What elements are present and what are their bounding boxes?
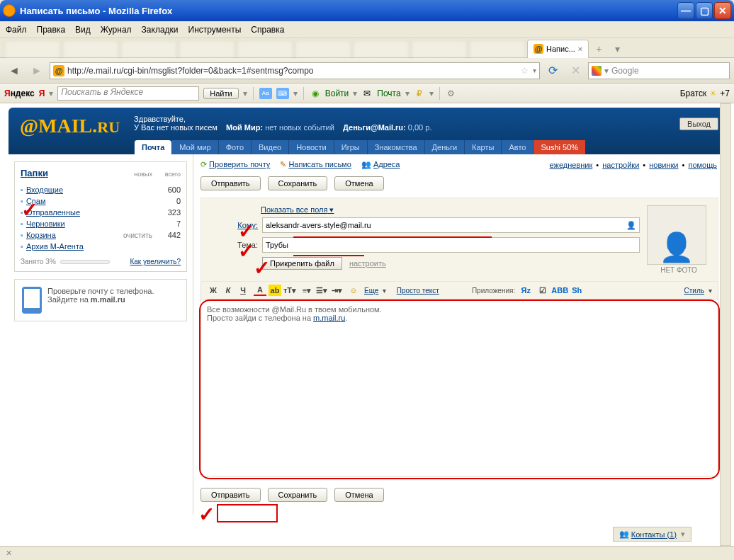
addresses-link[interactable]: Адреса <box>373 160 400 168</box>
mobile-link[interactable]: m.mail.ru <box>91 295 125 304</box>
menu-help[interactable]: Справка <box>251 25 284 35</box>
bg-color-button[interactable]: ab <box>269 285 281 296</box>
status-close-icon[interactable]: ✕ <box>6 549 12 558</box>
virtual-keyboard-button[interactable]: Sh <box>570 285 583 296</box>
style-link[interactable]: Стиль <box>684 287 704 295</box>
logout-button[interactable]: Выход <box>679 118 718 130</box>
tab-games[interactable]: Игры <box>334 140 367 154</box>
mobile-link-in-body[interactable]: m.mail.ru <box>313 314 345 322</box>
settings-link[interactable]: настройки <box>602 161 639 169</box>
folder-trash[interactable]: ▪Корзинаочистить442 <box>21 229 181 241</box>
folder-sent[interactable]: ▪Отправленные323 <box>21 207 181 218</box>
subject-input[interactable]: Трубы <box>262 237 640 253</box>
folder-spam[interactable]: ▪Спам0 <box>21 195 181 207</box>
spellcheck-button[interactable]: ABB <box>553 285 566 296</box>
send-button-top[interactable]: Отправить <box>201 176 261 190</box>
underline-button[interactable]: Ч <box>237 285 249 296</box>
vertical-scrollbar[interactable] <box>720 103 731 546</box>
tab-photo[interactable]: Фото <box>218 140 251 154</box>
tab-list-dropdown[interactable]: ▾ <box>609 42 626 56</box>
browser-tab[interactable] <box>353 40 410 57</box>
yandex-search-input[interactable]: Поискать в Яндексе <box>57 86 199 101</box>
back-button[interactable]: ◄ <box>4 61 24 81</box>
yandex-login-link[interactable]: Войти <box>325 88 349 98</box>
browser-tab[interactable] <box>295 40 351 57</box>
tab-promo[interactable]: Sushi 50% <box>533 140 585 154</box>
to-input[interactable]: aleksandr-avers-style@mail.ru 👤 <box>262 217 640 233</box>
tab-money[interactable]: Деньги <box>424 140 465 154</box>
show-all-fields-link[interactable]: Показать все поля ▾ <box>261 205 334 215</box>
empty-trash-link[interactable]: очистить <box>123 232 152 239</box>
browser-tab[interactable] <box>179 40 235 57</box>
write-mail-link[interactable]: Написать письмо <box>288 160 351 168</box>
settings-gear-icon[interactable]: ⚙ <box>446 88 457 99</box>
address-book-icon[interactable]: 👤 <box>626 221 636 230</box>
chevron-down-icon[interactable]: ▾ <box>681 530 685 539</box>
stop-button[interactable]: ✕ <box>565 61 585 81</box>
browser-tab[interactable] <box>237 40 293 57</box>
indent-button[interactable]: ⇥▾ <box>330 285 343 296</box>
check-mail-link[interactable]: Проверить почту <box>209 160 270 168</box>
money-icon[interactable]: ₽ <box>414 88 425 99</box>
tab-dating[interactable]: Знакомства <box>367 140 424 154</box>
yandex-mail-link[interactable]: Почта <box>377 88 400 98</box>
browser-tab[interactable] <box>62 40 119 57</box>
minimize-button[interactable]: — <box>677 2 694 19</box>
folder-agent-archive[interactable]: ▪Архив М-Агента <box>21 241 181 252</box>
browser-tab-active[interactable]: @ Напис... × <box>527 40 589 58</box>
maximize-button[interactable]: ▢ <box>696 2 713 19</box>
translit-button[interactable]: Яz <box>519 285 532 296</box>
rss-icon[interactable]: ▾ <box>533 67 536 74</box>
attach-file-button[interactable]: Прикрепить файл <box>262 257 342 270</box>
browser-tab[interactable] <box>4 40 61 57</box>
tab-auto[interactable]: Авто <box>501 140 533 154</box>
check-button[interactable]: ☑ <box>536 285 549 296</box>
bookmark-star-icon[interactable]: ☆ <box>521 66 529 76</box>
diary-link[interactable]: ежедневник <box>550 161 593 169</box>
quota-increase-link[interactable]: Как увеличить? <box>130 258 181 265</box>
browser-tab[interactable] <box>411 40 468 57</box>
send-button-bottom[interactable]: Отправить <box>201 488 261 502</box>
close-button[interactable]: ✕ <box>714 2 731 19</box>
my-world-link[interactable]: нет новых событий <box>265 123 334 132</box>
italic-button[interactable]: К <box>222 285 235 296</box>
more-link[interactable]: Еще <box>364 287 378 295</box>
tab-news[interactable]: Новости <box>288 140 334 154</box>
new-tab-button[interactable]: + <box>590 42 607 56</box>
yandex-logo[interactable]: ЯЯндексндекс <box>4 88 35 98</box>
translate-icon[interactable]: Аа <box>259 88 272 99</box>
attach-settings-link[interactable]: настроить <box>349 259 386 268</box>
menu-history[interactable]: Журнал <box>101 25 132 35</box>
tab-video[interactable]: Видео <box>251 140 288 154</box>
browser-search[interactable]: ▾ Google <box>588 62 730 79</box>
menu-view[interactable]: Вид <box>75 25 91 35</box>
folders-title[interactable]: Папки <box>21 168 124 178</box>
browser-tab[interactable] <box>469 40 526 57</box>
tab-close-icon[interactable]: × <box>578 45 582 53</box>
help-link[interactable]: помощь <box>688 161 717 169</box>
bold-button[interactable]: Ж <box>207 285 220 296</box>
menu-tools[interactable]: Инструменты <box>188 25 242 35</box>
to-label[interactable]: Кому: <box>208 221 258 229</box>
mailru-logo[interactable]: @MAIL.RU <box>20 115 120 154</box>
emoji-button[interactable]: ☺ <box>347 285 360 296</box>
url-bar[interactable]: @ http://e.mail.ru/cgi-bin/msglist?folde… <box>50 62 540 79</box>
tab-myworld[interactable]: Мой мир <box>171 140 218 154</box>
tab-maps[interactable]: Карты <box>464 140 501 154</box>
folder-inbox[interactable]: ▪Входящие600 <box>21 184 181 195</box>
plain-text-link[interactable]: Просто текст <box>397 287 439 295</box>
cancel-button-top[interactable]: Отмена <box>334 176 383 190</box>
yandex-find-button[interactable]: Найти <box>203 88 238 99</box>
list-button[interactable]: ☰▾ <box>315 285 328 296</box>
reload-button[interactable]: ⟳ <box>543 61 563 81</box>
forward-button[interactable]: ► <box>27 61 47 81</box>
keyboard-icon[interactable]: ⌨ <box>276 88 289 99</box>
save-button-bottom[interactable]: Сохранить <box>268 488 328 502</box>
tab-mail[interactable]: Почта <box>134 140 171 154</box>
money-link[interactable]: 0,00 р. <box>408 123 432 132</box>
message-body-editor[interactable]: Все возможности @Mail.Ru в твоем мобильн… <box>201 299 718 476</box>
font-color-button[interactable]: A <box>254 285 266 296</box>
align-button[interactable]: ≡▾ <box>300 285 313 296</box>
contacts-widget[interactable]: 👥 Контакты (1) ▾ <box>613 527 691 542</box>
menu-file[interactable]: Файл <box>6 25 27 35</box>
